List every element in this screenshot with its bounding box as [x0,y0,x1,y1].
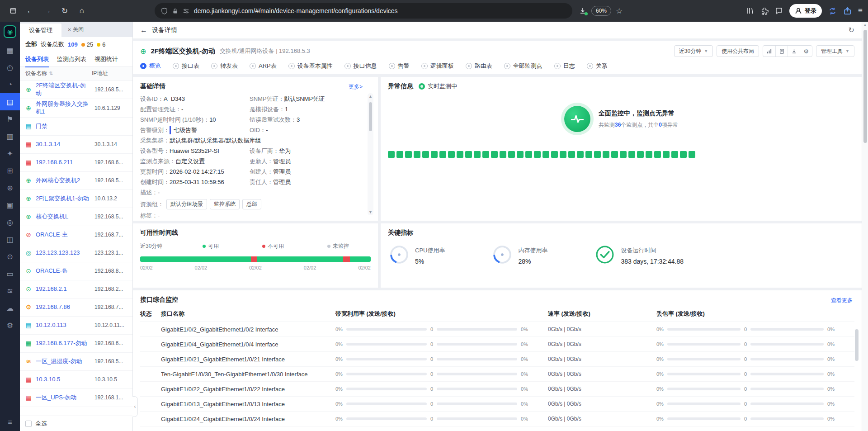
sidebar-item-history[interactable]: ◷ [0,59,20,76]
monitor-point-square[interactable] [388,151,395,158]
monitor-point-square[interactable] [465,151,472,158]
monitor-point-square[interactable] [482,151,489,158]
reload-button[interactable]: ↻ [57,3,72,19]
sidebar-item-assets[interactable]: ▣ [0,196,20,213]
column-ip[interactable]: IP地址 [92,70,127,77]
monitor-point-square[interactable] [671,151,678,158]
device-row[interactable]: ⊙ 192.168.2.1 192.168.2... [20,280,132,298]
monitor-point-square[interactable] [542,151,549,158]
device-row[interactable]: ⊕ 核心交换机L 192.168.5... [20,208,132,226]
monitor-point-square[interactable] [534,151,541,158]
device-name-link[interactable]: 外网核心交换机2 [36,177,91,185]
device-name-link[interactable]: 192.168.6.177-勿动 [36,340,91,347]
monitor-point-square[interactable] [457,151,463,158]
tab-routing-table[interactable]: 路由表 [466,62,492,70]
download-report-icon[interactable] [788,46,800,57]
sidebar-item-alarms[interactable]: ◔ [0,76,20,93]
device-row[interactable]: ⊕ 外网服务器接入交换机1 10.6.1.129 [20,99,132,118]
sidebar-item-settings[interactable]: ⚙ [0,317,20,334]
device-name-link[interactable]: 123.123.123.123 [36,249,91,257]
monitor-point-square[interactable] [525,151,532,158]
device-row[interactable]: ⊕ 2F汇聚交换机1-勿动 10.0.13.2 [20,190,132,208]
sidebar-item-targets[interactable]: ◎ [0,213,20,231]
sidebar-item-docs[interactable]: ▭ [0,265,20,282]
interface-row[interactable]: GigabitE1/0/22_GigabitEthernet1/0/22 Int… [140,382,854,397]
interface-row[interactable]: GigabitE1/0/21_GigabitEthernet1/0/21 Int… [140,352,854,367]
profile-login-button[interactable]: 登录 [789,4,822,18]
export-icon[interactable] [775,46,788,57]
device-name-link[interactable]: 2F汇聚交换机1-勿动 [36,195,91,203]
device-row[interactable]: ▦ 30.1.3.14 30.1.3.14 [20,136,132,154]
interface-row[interactable]: GigabitE1/0/2_GigabitEthernet1/0/2 Inter… [140,322,854,337]
availability-timeline[interactable] [140,256,371,262]
device-row[interactable]: ▦ 192.168.6.211 192.168.6... [20,154,132,172]
tab-relations[interactable]: 关系 [587,62,608,70]
interface-row[interactable]: GigabitE1/0/13_GigabitEthernet1/0/13 Int… [140,397,854,412]
device-row[interactable]: ⊕ 2F终端区交换机-勿动 192.168.5... [20,81,132,99]
share-extension-icon[interactable] [843,7,852,15]
tab-overview[interactable]: 概览 [140,62,161,70]
monitor-point-square[interactable] [585,151,592,158]
sync-extension-icon[interactable] [828,7,837,15]
time-range-select[interactable]: 近30分钟▼ [674,45,713,57]
device-name-link[interactable]: ORACLE-备 [36,267,91,275]
monitor-point-square[interactable] [474,151,481,158]
forward-button[interactable]: → [40,3,55,19]
device-row[interactable]: ▦ 192.168.6.177-勿动 192.168.6... [20,335,132,353]
monitor-point-square[interactable] [405,151,412,158]
scroll-up-icon[interactable]: ▲ [368,93,373,99]
page-scrollbar[interactable]: ▲ [862,22,868,431]
scrollbar-thumb[interactable] [369,102,372,131]
back-arrow-icon[interactable]: ← [140,26,147,34]
monitor-point-square[interactable] [646,151,652,158]
monitor-point-square[interactable] [637,151,644,158]
device-row[interactable]: ⊙ ORACLE-备 192.168.8... [20,262,132,280]
tab-device-properties[interactable]: 设备基本属性 [288,62,333,70]
monitor-point-square[interactable] [551,151,558,158]
device-name-link[interactable]: 192.168.7.86 [36,303,91,311]
sidebar-item-announce[interactable]: ⚑ [0,110,20,128]
device-row[interactable]: ⚙ 192.168.7.86 192.168.7... [20,298,132,317]
zoom-indicator[interactable]: 60% [591,6,611,16]
panel-collapse-handle[interactable]: ‹ [132,396,138,417]
tab-logs[interactable]: 日志 [554,62,575,70]
basic-scrollbar[interactable]: ▲ ▼ [368,93,373,215]
tab-forwarding-table[interactable]: 转发表 [211,62,238,70]
reading-list-icon[interactable] [746,7,754,15]
more-link[interactable]: 更多> [349,83,363,91]
close-all-tabs-button[interactable]: × 关闭 [68,26,84,37]
monitor-point-square[interactable] [603,151,609,158]
monitor-point-square[interactable] [594,151,601,158]
monitor-point-square[interactable] [431,151,438,158]
monitor-point-square[interactable] [414,151,420,158]
rail-bottom-menu-icon[interactable]: ≡ [0,414,20,431]
resource-tag[interactable]: 默认分组场景 [166,199,207,209]
interface-row[interactable]: GigabitE1/0/24_GigabitEthernet1/0/24 Int… [140,412,854,426]
device-name-link[interactable]: 30.1.3.14 [36,141,91,148]
filter-all-label[interactable]: 全部 [25,40,37,48]
monitor-point-square[interactable] [620,151,627,158]
sidebar-item-topology[interactable]: ⊞ [0,162,20,179]
device-name-link[interactable]: 10.3.10.5 [36,376,91,384]
sidebar-item-nodes[interactable]: ⊙ [0,248,20,265]
view-more-link[interactable]: 查看更多 [831,297,853,304]
monitor-point-square[interactable] [680,151,687,158]
device-row[interactable]: ◎ 123.123.123.123 123.123.1... [20,244,132,262]
device-row[interactable]: ≋ 一区_温湿度-勿动 192.168.5... [20,353,132,371]
device-name-link[interactable]: 192.168.6.211 [36,159,91,166]
tab-monitor-list[interactable]: 监测点列表 [57,55,86,63]
browser-menu-icon[interactable]: ≡ [858,6,863,15]
address-bar[interactable]: demo.jiankongyi.com/#/main/device-manage… [155,3,572,19]
monitor-point-square[interactable] [439,151,446,158]
monitor-point-square[interactable] [568,151,575,158]
settings-icon[interactable]: ⚙ [800,46,812,57]
interface-row[interactable]: Ten-GigabitE1/0/30_Ten-GigabitEthernet1/… [140,367,854,382]
device-row[interactable]: ⊕ 外网核心交换机2 192.168.5... [20,172,132,190]
monitor-point-square[interactable] [448,151,455,158]
chat-icon[interactable] [775,7,783,15]
tab-view-stats[interactable]: 视图统计 [94,55,118,63]
monitor-point-square[interactable] [689,151,695,158]
tab-arp-table[interactable]: ARP表 [250,62,277,70]
device-name-link[interactable]: 核心交换机L [36,213,91,221]
site-settings-icon[interactable] [183,8,189,14]
